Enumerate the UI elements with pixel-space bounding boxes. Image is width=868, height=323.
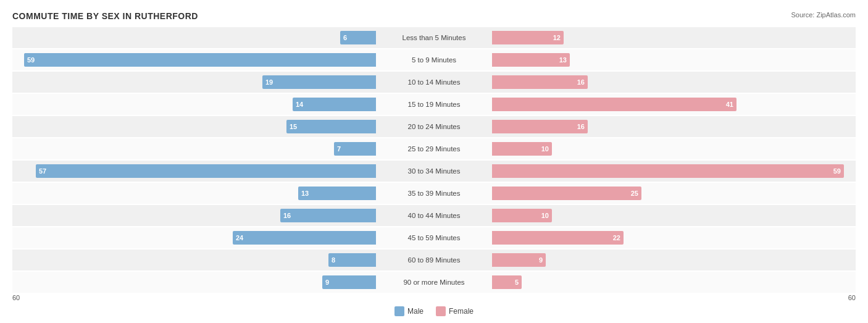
row-label: 90 or more Minutes (378, 279, 490, 286)
row-inner: 57 30 to 34 Minutes 59 (12, 161, 856, 182)
female-side: 22 (490, 231, 856, 245)
chart-container: COMMUTE TIME BY SEX IN RUTHERFORD Source… (0, 0, 868, 323)
male-bar-wrap: 14 (12, 98, 376, 111)
female-bar-wrap: 13 (492, 53, 856, 67)
female-value-inside: 10 (541, 145, 549, 153)
female-bar: 25 (492, 187, 641, 200)
male-side: 16 (12, 209, 378, 222)
male-bar-wrap: 57 (12, 164, 376, 178)
table-row: 7 25 to 29 Minutes 10 (12, 138, 856, 159)
female-value-inside: 12 (553, 34, 561, 41)
female-bar: 59 (492, 164, 844, 178)
female-value-inside: 22 (613, 234, 620, 241)
female-value-inside: 9 (539, 256, 543, 264)
legend-female-label: Female (449, 307, 474, 316)
female-bar-wrap: 5 (492, 275, 856, 289)
male-bar-wrap: 24 (12, 231, 376, 245)
male-side: 14 (12, 98, 378, 111)
male-bar-wrap: 15 (12, 120, 376, 133)
female-side: 16 (490, 120, 856, 133)
row-label: 30 to 34 Minutes (378, 167, 490, 175)
axis-right: 60 (848, 294, 856, 301)
table-row: 59 5 to 9 Minutes 13 (12, 49, 856, 70)
table-row: 9 90 or more Minutes 5 (12, 272, 856, 293)
male-bar: 19 (262, 75, 376, 89)
male-bar: 6 (340, 31, 376, 44)
female-bar-wrap: 25 (492, 187, 856, 200)
male-bar-wrap: 6 (12, 31, 376, 44)
male-value-inside: 7 (337, 145, 341, 153)
row-label: 5 to 9 Minutes (378, 56, 490, 64)
male-value-inside: 57 (39, 167, 46, 175)
female-bar-wrap: 10 (492, 209, 856, 222)
female-side: 10 (490, 142, 856, 156)
female-bar: 22 (492, 231, 624, 245)
male-side: 6 (12, 31, 378, 44)
male-bar-wrap: 8 (12, 253, 376, 267)
female-side: 16 (490, 75, 856, 89)
female-side: 10 (490, 209, 856, 222)
row-label: 45 to 59 Minutes (378, 234, 490, 241)
female-side: 12 (490, 31, 856, 44)
row-inner: 24 45 to 59 Minutes 22 (12, 227, 856, 248)
female-bar-wrap: 10 (492, 142, 856, 156)
row-inner: 19 10 to 14 Minutes 16 (12, 72, 856, 93)
male-bar-wrap: 13 (12, 187, 376, 200)
row-inner: 9 90 or more Minutes 5 (12, 272, 856, 293)
axis-labels: 60 60 (12, 294, 856, 301)
legend-male: Male (394, 306, 424, 316)
female-bar: 10 (492, 142, 552, 156)
row-inner: 8 60 to 89 Minutes 9 (12, 250, 856, 271)
chart-title: COMMUTE TIME BY SEX IN RUTHERFORD (12, 11, 856, 21)
male-side: 59 (12, 53, 378, 67)
legend-male-box (394, 306, 404, 316)
female-bar: 9 (492, 253, 546, 267)
row-label: 35 to 39 Minutes (378, 190, 490, 197)
table-row: 57 30 to 34 Minutes 59 (12, 161, 856, 182)
female-value-inside: 59 (833, 167, 841, 175)
male-side: 24 (12, 231, 378, 245)
male-side: 8 (12, 253, 378, 267)
male-bar: 9 (322, 275, 376, 289)
table-row: 19 10 to 14 Minutes 16 (12, 72, 856, 93)
legend-female: Female (436, 306, 474, 316)
male-value-inside: 24 (236, 234, 243, 241)
female-bar-wrap: 12 (492, 31, 856, 44)
male-bar: 14 (293, 98, 376, 111)
female-side: 41 (490, 98, 856, 111)
bars-area: 6 Less than 5 Minutes 12 (12, 27, 856, 293)
female-bar-wrap: 16 (492, 75, 856, 89)
male-bar: 13 (298, 187, 376, 200)
row-inner: 14 15 to 19 Minutes 41 (12, 94, 856, 115)
male-value-inside: 13 (301, 190, 309, 197)
female-bar: 16 (492, 120, 588, 133)
table-row: 16 40 to 44 Minutes 10 (12, 205, 856, 226)
row-label: 60 to 89 Minutes (378, 256, 490, 264)
table-row: 8 60 to 89 Minutes 9 (12, 250, 856, 271)
male-bar-wrap: 19 (12, 75, 376, 89)
male-value-inside: 8 (332, 256, 335, 264)
female-value-inside: 16 (577, 123, 585, 130)
male-side: 7 (12, 142, 378, 156)
female-side: 9 (490, 253, 856, 267)
row-label: Less than 5 Minutes (378, 34, 490, 41)
table-row: 24 45 to 59 Minutes 22 (12, 227, 856, 248)
female-bar: 41 (492, 98, 737, 111)
row-inner: 13 35 to 39 Minutes 25 (12, 183, 856, 204)
female-value-inside: 41 (726, 101, 733, 108)
row-inner: 7 25 to 29 Minutes 10 (12, 138, 856, 159)
legend-female-box (436, 306, 446, 316)
male-bar-wrap: 9 (12, 275, 376, 289)
female-bar-wrap: 59 (492, 164, 856, 178)
male-value-inside: 16 (283, 212, 291, 219)
female-bar: 13 (492, 53, 570, 67)
male-bar-wrap: 7 (12, 142, 376, 156)
male-side: 15 (12, 120, 378, 133)
female-bar-wrap: 41 (492, 98, 856, 111)
row-inner: 15 20 to 24 Minutes 16 (12, 116, 856, 137)
female-side: 13 (490, 53, 856, 67)
row-label: 20 to 24 Minutes (378, 123, 490, 130)
male-value-inside: 19 (265, 78, 273, 86)
table-row: 15 20 to 24 Minutes 16 (12, 116, 856, 137)
male-bar: 24 (233, 231, 376, 245)
